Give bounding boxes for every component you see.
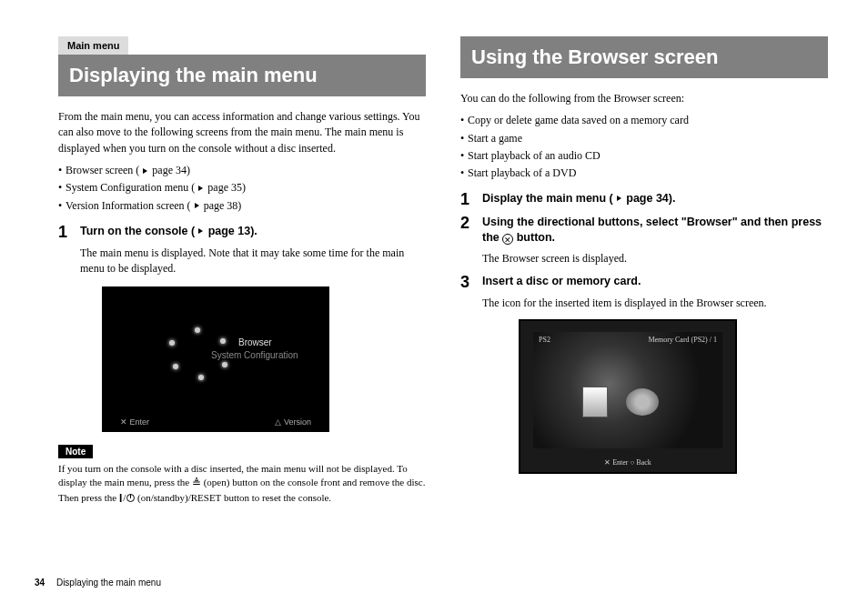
step-3-right: 3 Insert a disc or memory card. xyxy=(460,274,828,290)
memory-card-icon xyxy=(582,387,608,417)
step-body: The Browser screen is displayed. xyxy=(482,251,828,266)
arrow-icon xyxy=(198,228,203,234)
heading-right: Using the Browser screen xyxy=(460,36,828,78)
step-number: 2 xyxy=(460,215,473,246)
arrow-icon xyxy=(195,203,199,208)
shot-label-syscfg: System Configuration xyxy=(211,350,298,360)
arrow-icon xyxy=(198,186,203,191)
disc-icon xyxy=(626,388,659,416)
list-item: Start playback of a DVD xyxy=(460,165,828,182)
list-item: Start a game xyxy=(460,130,828,147)
step-1-right: 1 Display the main menu ( page 34). xyxy=(460,191,828,207)
menu-item-list: Browser screen ( page 34) System Configu… xyxy=(58,162,426,215)
step-2-right: 2 Using the directional buttons, select … xyxy=(460,215,828,246)
step-title: Turn on the console ( page 13). xyxy=(80,224,257,240)
list-item: Browser screen ( page 34) xyxy=(58,162,426,179)
arrow-icon xyxy=(143,168,147,174)
note-tag: Note xyxy=(58,445,93,458)
shot2-footer: ✕ Enter ○ Back xyxy=(519,458,737,467)
step-body: The main menu is displayed. Note that it… xyxy=(80,246,426,277)
step-number: 3 xyxy=(460,274,473,290)
list-item: System Configuration menu ( page 35) xyxy=(58,179,426,196)
step-title: Display the main menu ( page 34). xyxy=(482,191,675,207)
feature-list: Copy or delete game data saved on a memo… xyxy=(460,112,828,182)
page-footer: 34 Displaying the main menu xyxy=(35,578,161,588)
step-body: The icon for the inserted item is displa… xyxy=(482,296,828,311)
shot-footer-enter: ✕ Enter xyxy=(120,417,149,427)
list-item: Start playback of an audio CD xyxy=(460,147,828,165)
eject-icon: ≜ xyxy=(192,476,201,491)
step-number: 1 xyxy=(58,224,71,240)
step-title: Insert a disc or memory card. xyxy=(482,274,641,290)
shot-label-browser: Browser xyxy=(238,337,272,347)
browser-screenshot: PS2 Memory Card (PS2) / 1 ✕ Enter ○ Back xyxy=(519,319,737,474)
section-tab: Main menu xyxy=(58,36,128,55)
step-1-left: 1 Turn on the console ( page 13). xyxy=(58,224,426,240)
shot2-top-right: Memory Card (PS2) / 1 xyxy=(648,336,717,344)
page-number: 34 xyxy=(35,578,45,588)
step-title: Using the directional buttons, select "B… xyxy=(482,215,828,246)
step-number: 1 xyxy=(460,191,473,207)
intro-right: You can do the following from the Browse… xyxy=(460,91,828,106)
shot2-top-left: PS2 xyxy=(539,336,550,344)
shot-footer-version: △ Version xyxy=(275,417,311,427)
heading-left: Displaying the main menu xyxy=(58,55,426,96)
x-button-icon: ✕ xyxy=(502,234,513,245)
list-item: Version Information screen ( page 38) xyxy=(58,197,426,215)
note-text: If you turn on the console with a disc i… xyxy=(58,462,426,506)
left-column: Main menu Displaying the main menu From … xyxy=(58,36,426,505)
right-column: Using the Browser screen You can do the … xyxy=(460,36,828,505)
list-item: Copy or delete game data saved on a memo… xyxy=(460,112,828,129)
arrow-icon xyxy=(617,196,621,201)
main-menu-screenshot: Browser System Configuration ✕ Enter △ V… xyxy=(102,286,329,432)
intro-left: From the main menu, you can access infor… xyxy=(58,109,426,156)
footer-title: Displaying the main menu xyxy=(56,578,161,588)
power-icon: I/ xyxy=(119,491,135,505)
